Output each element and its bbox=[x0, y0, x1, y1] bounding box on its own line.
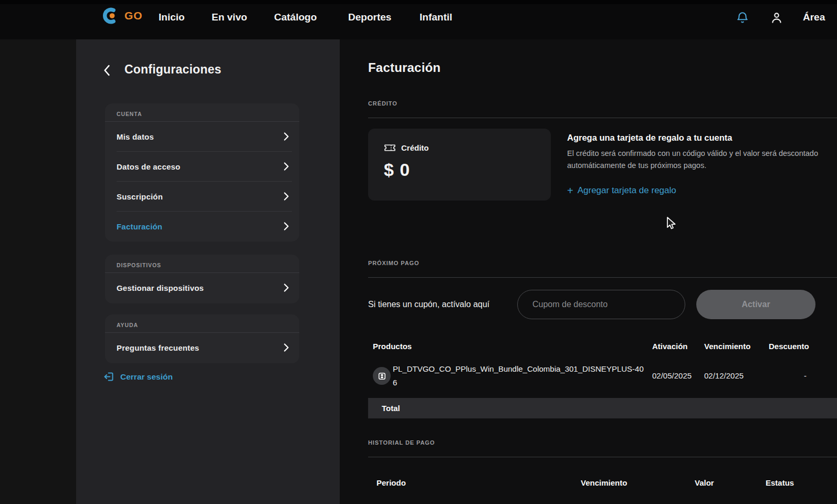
sidebar-item-datos-de-acceso[interactable]: Datos de acceso bbox=[105, 152, 299, 181]
nav-item-inicio[interactable]: Inicio bbox=[159, 0, 185, 35]
gift-card-description: El crédito será confirmado con un código… bbox=[567, 148, 837, 172]
product-avatar bbox=[373, 367, 391, 385]
history-header-periodo: Periodo bbox=[376, 478, 406, 487]
product-expiration-date: 02/12/2025 bbox=[704, 361, 744, 391]
nav-item-catalogo[interactable]: Catálogo bbox=[274, 0, 317, 35]
next-payment-section-header: PRÓXIMO PAGO bbox=[368, 258, 837, 278]
dgo-logo[interactable]: GO bbox=[101, 6, 143, 25]
product-activation-date: 02/05/2025 bbox=[652, 361, 692, 391]
nav-item-deportes[interactable]: Deportes bbox=[348, 0, 391, 35]
film-frame-icon bbox=[378, 372, 386, 380]
chevron-right-icon bbox=[284, 343, 289, 352]
credit-card-title: Crédito bbox=[401, 143, 429, 152]
products-header-ativacion: Ativación bbox=[652, 342, 688, 351]
product-name: PL_DTVGO_CO_PPlus_Win_Bundle_Colombia_30… bbox=[393, 362, 647, 390]
gift-card-block: Agrega una tarjeta de regalo a tu cuenta… bbox=[567, 133, 837, 196]
activate-coupon-button[interactable]: Activar bbox=[696, 290, 815, 319]
chevron-right-icon bbox=[284, 222, 289, 230]
dgo-logo-icon bbox=[101, 6, 122, 25]
sidebar-item-facturacion[interactable]: Facturación bbox=[105, 212, 299, 241]
sidebar-item-gestionar-dispositivos[interactable]: Gestionar dispositivos bbox=[105, 273, 299, 302]
dgo-logo-text: GO bbox=[124, 9, 143, 22]
page-title: Facturación bbox=[368, 60, 441, 75]
total-label: Total bbox=[368, 398, 837, 418]
credit-amount: $ 0 bbox=[384, 160, 535, 180]
history-header-vencimiento: Vencimiento bbox=[581, 478, 627, 487]
chevron-right-icon bbox=[284, 284, 289, 292]
plus-icon: + bbox=[567, 186, 573, 195]
sidebar-item-mis-datos[interactable]: Mis datos bbox=[105, 122, 299, 151]
logout-button[interactable]: Cerrar sesión bbox=[103, 371, 173, 382]
notifications-bell-icon[interactable] bbox=[736, 11, 749, 25]
chevron-right-icon bbox=[284, 162, 289, 171]
sidebar-item-suscripcion[interactable]: Suscripción bbox=[105, 182, 299, 211]
coupon-label: Si tienes un cupón, actívalo aquí bbox=[368, 290, 489, 319]
chevron-right-icon bbox=[284, 192, 289, 201]
logout-icon bbox=[103, 371, 114, 382]
sidebar-section-ayuda: AYUDA Preguntas frecuentes bbox=[105, 314, 299, 363]
nav-item-en-vivo[interactable]: En vivo bbox=[212, 0, 247, 35]
top-navbar: GO Inicio En vivo Catálogo Deportes Infa… bbox=[0, 0, 837, 39]
nav-item-infantil[interactable]: Infantil bbox=[420, 0, 452, 35]
gift-card-title: Agrega una tarjeta de regalo a tu cuenta bbox=[567, 133, 837, 143]
history-header-valor: Valor bbox=[695, 478, 714, 487]
credit-balance-card: Crédito $ 0 bbox=[368, 129, 551, 201]
product-table-row: PL_DTVGO_CO_PPlus_Win_Bundle_Colombia_30… bbox=[340, 361, 837, 391]
ticket-icon bbox=[384, 143, 396, 152]
section-label: DISPOSITIVOS bbox=[105, 255, 299, 273]
products-header-vencimiento: Vencimiento bbox=[704, 342, 750, 351]
user-profile-icon[interactable] bbox=[770, 11, 783, 25]
payment-history-section-header: HISTORIAL DE PAGO His bbox=[368, 437, 837, 457]
top-strip bbox=[0, 0, 837, 4]
billing-content: Facturación CRÉDITO Crédito $ 0 Agrega u… bbox=[340, 39, 837, 504]
products-header-descuento: Descuento bbox=[769, 342, 809, 351]
product-discount-value: - bbox=[804, 361, 807, 391]
settings-sidebar: Configuraciones CUENTA Mis datos Datos d… bbox=[76, 39, 340, 504]
products-header-productos: Productos bbox=[373, 342, 412, 351]
back-chevron-icon[interactable] bbox=[102, 65, 111, 76]
chevron-right-icon bbox=[284, 132, 289, 141]
total-row: Total bbox=[368, 398, 837, 418]
sidebar-section-cuenta: CUENTA Mis datos Datos de acceso Suscrip… bbox=[105, 103, 299, 242]
sidebar-section-dispositivos: DISPOSITIVOS Gestionar dispositivos bbox=[105, 255, 299, 303]
add-gift-card-link[interactable]: + Agregar tarjeta de regalo bbox=[567, 185, 837, 196]
coupon-input[interactable] bbox=[517, 290, 685, 319]
nav-item-area[interactable]: Área bbox=[803, 0, 825, 35]
section-label: CUENTA bbox=[105, 103, 299, 122]
credit-section-header: CRÉDITO bbox=[368, 98, 837, 118]
sidebar-title: Configuraciones bbox=[124, 62, 221, 77]
section-label: AYUDA bbox=[105, 314, 299, 333]
history-header-estatus: Estatus bbox=[766, 478, 794, 487]
sidebar-item-preguntas-frecuentes[interactable]: Preguntas frecuentes bbox=[105, 333, 299, 362]
